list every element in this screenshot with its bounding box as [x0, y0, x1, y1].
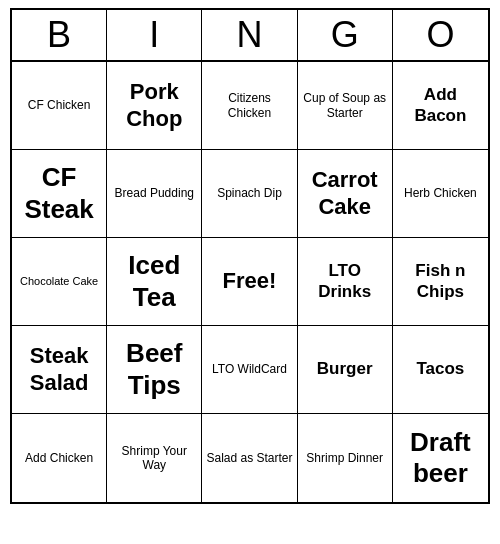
cell-text-10: Chocolate Cake: [20, 275, 98, 288]
cell-text-14: Fish n Chips: [397, 261, 484, 302]
header-letter-i: I: [107, 10, 202, 60]
bingo-cell-2: Citizens Chicken: [202, 62, 297, 150]
cell-text-19: Tacos: [416, 359, 464, 379]
cell-text-7: Spinach Dip: [217, 186, 282, 200]
cell-text-8: Carrot Cake: [302, 167, 388, 220]
cell-text-21: Shrimp Your Way: [111, 444, 197, 473]
cell-text-20: Add Chicken: [25, 451, 93, 465]
bingo-cell-21: Shrimp Your Way: [107, 414, 202, 502]
bingo-cell-5: CF Steak: [12, 150, 107, 238]
cell-text-22: Salad as Starter: [206, 451, 292, 465]
cell-text-12: Free!: [223, 268, 277, 294]
bingo-header: BINGO: [10, 8, 490, 60]
cell-text-23: Shrimp Dinner: [306, 451, 383, 465]
bingo-cell-12: Free!: [202, 238, 297, 326]
bingo-cell-22: Salad as Starter: [202, 414, 297, 502]
cell-text-16: Beef Tips: [111, 338, 197, 400]
bingo-card: BINGO CF ChickenPork ChopCitizens Chicke…: [10, 8, 490, 504]
bingo-cell-3: Cup of Soup as Starter: [298, 62, 393, 150]
bingo-cell-11: Iced Tea: [107, 238, 202, 326]
bingo-cell-0: CF Chicken: [12, 62, 107, 150]
cell-text-17: LTO WildCard: [212, 362, 287, 376]
bingo-cell-6: Bread Pudding: [107, 150, 202, 238]
bingo-cell-1: Pork Chop: [107, 62, 202, 150]
bingo-cell-17: LTO WildCard: [202, 326, 297, 414]
cell-text-5: CF Steak: [16, 162, 102, 224]
cell-text-0: CF Chicken: [28, 98, 91, 112]
cell-text-11: Iced Tea: [111, 250, 197, 312]
bingo-cell-13: LTO Drinks: [298, 238, 393, 326]
cell-text-13: LTO Drinks: [302, 261, 388, 302]
cell-text-1: Pork Chop: [111, 79, 197, 132]
bingo-cell-20: Add Chicken: [12, 414, 107, 502]
bingo-cell-18: Burger: [298, 326, 393, 414]
bingo-cell-9: Herb Chicken: [393, 150, 488, 238]
cell-text-9: Herb Chicken: [404, 186, 477, 200]
bingo-cell-19: Tacos: [393, 326, 488, 414]
bingo-cell-7: Spinach Dip: [202, 150, 297, 238]
cell-text-18: Burger: [317, 359, 373, 379]
bingo-cell-23: Shrimp Dinner: [298, 414, 393, 502]
bingo-cell-24: Draft beer: [393, 414, 488, 502]
cell-text-2: Citizens Chicken: [206, 91, 292, 120]
cell-text-6: Bread Pudding: [115, 186, 194, 200]
header-letter-g: G: [298, 10, 393, 60]
cell-text-4: Add Bacon: [397, 85, 484, 126]
bingo-cell-8: Carrot Cake: [298, 150, 393, 238]
cell-text-15: Steak Salad: [16, 343, 102, 396]
bingo-cell-10: Chocolate Cake: [12, 238, 107, 326]
header-letter-o: O: [393, 10, 488, 60]
header-letter-b: B: [12, 10, 107, 60]
bingo-grid: CF ChickenPork ChopCitizens ChickenCup o…: [10, 60, 490, 504]
header-letter-n: N: [202, 10, 297, 60]
bingo-cell-4: Add Bacon: [393, 62, 488, 150]
bingo-cell-14: Fish n Chips: [393, 238, 488, 326]
cell-text-24: Draft beer: [397, 427, 484, 489]
bingo-cell-16: Beef Tips: [107, 326, 202, 414]
cell-text-3: Cup of Soup as Starter: [302, 91, 388, 120]
bingo-cell-15: Steak Salad: [12, 326, 107, 414]
